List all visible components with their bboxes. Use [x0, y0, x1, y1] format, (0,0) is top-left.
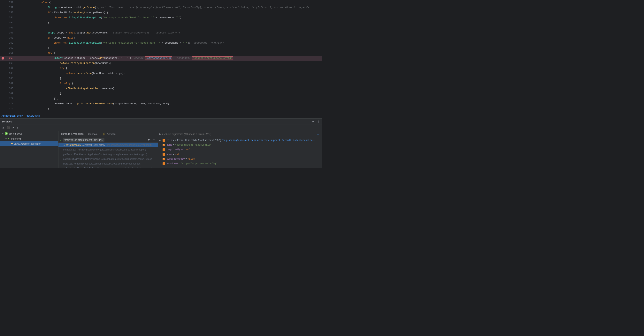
code-line-355: 355 } — [0, 20, 322, 25]
line-num-366: 366 — [6, 77, 16, 80]
var-bean-name-name: beanName — [166, 162, 178, 165]
breakpoint-indicator[interactable]: ● — [2, 57, 4, 60]
var-type-check-name: typeCheckOnly — [166, 158, 185, 161]
stack-frame-5[interactable]: onApplicationEvent:113, RefreshScope (or… — [58, 166, 158, 168]
line-num-357: 357 — [6, 31, 16, 34]
tree-panel: ▼ S Spring Boot ▼ ▶ Running ✱ Java17Demo… — [0, 131, 58, 168]
var-name-value: "scopedTarget.nacosConfig" — [175, 144, 212, 146]
stack-frame-1[interactable]: getBean:200, AbstractBeanFactory (org.sp… — [58, 147, 158, 152]
panel-content: ▼ S Spring Boot ▼ ▶ Running ✱ Java17Demo… — [0, 131, 322, 168]
var-item-type-check[interactable]: f typeCheckOnly = false — [158, 157, 322, 161]
services-header-icons: ⊞ ⋮ — [311, 120, 320, 124]
layout-button[interactable]: ⊞ — [16, 126, 19, 130]
var-type-check-value: false — [188, 158, 195, 161]
add-watch-button[interactable]: ＋ — [315, 132, 320, 137]
thread-filter-icon[interactable]: ⚑ — [147, 138, 151, 142]
tab-console-label: Console — [88, 133, 98, 136]
thread-filter-bar: ✓ "main"@1 in group "main": RUNNING ⚑ ▾ — [58, 137, 158, 143]
var-name-type-icon: f — [162, 144, 165, 146]
thread-filter-dropdown[interactable]: "main"@1 in group "main": RUNNING — [63, 138, 105, 142]
stack-frame-2-label: getBean:1130, AbstractApplicationContext… — [63, 153, 147, 156]
var-name-eq: = — [173, 144, 174, 146]
var-this-eq: = — [173, 139, 174, 142]
stack-frame-4-label: start:118, RefreshScope (org.springframe… — [63, 162, 141, 165]
stack-frame-2[interactable]: getBean:1130, AbstractApplicationContext… — [58, 152, 158, 157]
var-args-eq: = — [173, 153, 174, 156]
stack-frame-4[interactable]: start:118, RefreshScope (org.springframe… — [58, 161, 158, 166]
rerun-button[interactable]: ↺ — [2, 126, 5, 130]
stack-frame-3[interactable]: eagerlyInitialize:126, RefreshScope (org… — [58, 157, 158, 161]
expand-icon[interactable]: ⊞ — [311, 120, 315, 124]
line-num-359: 359 — [6, 42, 16, 44]
var-type-check-eq: = — [186, 158, 187, 161]
tab-actuator[interactable]: ⚡ Actuator — [100, 131, 119, 137]
tab-console[interactable]: Console — [86, 131, 100, 137]
line-num-372: 372 — [6, 107, 16, 110]
tab-threads-variables[interactable]: Threads & Variables — [58, 131, 86, 137]
code-line-372: 372 } — [0, 106, 322, 111]
tree-item-running[interactable]: ▼ ▶ Running — [0, 136, 58, 141]
line-num-362: 362 — [6, 57, 16, 60]
code-editor: 351 else { 352 String scopeName = mbd.ge… — [0, 0, 322, 113]
breadcrumb-bar: AbstractBeanFactory › doGetBean() — [0, 113, 322, 118]
line-num-352: 352 — [6, 6, 16, 9]
line-num-371: 371 — [6, 102, 16, 105]
line-num-354: 354 — [6, 16, 16, 19]
app-icon: ✱ — [11, 142, 13, 145]
var-item-required-type[interactable]: f requiredType = null — [158, 147, 322, 152]
vars-panel: ▶ ＋ ▶ f this = {DefaultListableBeanFacto… — [158, 131, 322, 168]
breadcrumb-separator: › — [24, 115, 25, 117]
tree-item-app[interactable]: ✱ Java17DemoApplication — [0, 141, 58, 146]
breadcrumb-method[interactable]: doGetBean() — [26, 115, 40, 117]
tree-item-spring-boot[interactable]: ▼ S Spring Boot — [0, 131, 58, 136]
var-item-name[interactable]: f name = "scopedTarget.nacosConfig" — [158, 143, 322, 147]
tab-threads-variables-label: Threads & Variables — [61, 132, 84, 135]
var-required-type-eq: = — [184, 148, 185, 151]
var-bean-name-icon: f — [162, 162, 165, 165]
services-toolbar: ↺ ⬛ ⚑ ⊞ ＋ — [0, 125, 322, 131]
eval-icon: ▶ — [160, 132, 161, 136]
var-bean-name-value: "scopedTarget.nacosConfig" — [181, 162, 217, 165]
eval-input[interactable] — [162, 133, 314, 136]
spring-boot-icon: S — [5, 132, 8, 135]
tab-actuator-label: Actuator — [107, 133, 116, 136]
services-header: Services ⊞ ⋮ — [0, 119, 322, 125]
line-num-360: 360 — [6, 47, 16, 49]
stack-frame-0-label: ⇒ doGetBean:362, AbstractBeanFactory (or… — [63, 144, 152, 146]
var-args-arrow — [160, 154, 162, 156]
more-options-icon[interactable]: ⋮ — [316, 120, 320, 124]
app-label: Java17DemoApplication — [14, 142, 41, 145]
var-name-name: name — [166, 144, 172, 146]
line-num-358: 358 — [6, 37, 16, 39]
var-type-check-icon: f — [162, 158, 165, 161]
line-content-372: } — [16, 101, 322, 113]
stop-button[interactable]: ⬛ — [6, 126, 10, 130]
var-this-link[interactable]: "org.springframework.beans.factory.suppo… — [222, 139, 317, 142]
var-args-name: args — [166, 153, 172, 156]
var-args-value: null — [175, 153, 181, 156]
var-this-value: {DefaultListableBeanFactory@7337} — [175, 139, 222, 142]
var-required-type-icon: f — [162, 148, 165, 151]
line-num-361: 361 — [6, 52, 16, 54]
line-num-365: 365 — [6, 72, 16, 75]
stack-frame-1-label: getBean:200, AbstractBeanFactory (org.sp… — [63, 148, 146, 151]
var-item-args[interactable]: f args = null — [158, 152, 322, 157]
filter-button[interactable]: ⚑ — [12, 126, 15, 130]
thread-dropdown-icon[interactable]: ▾ — [152, 138, 156, 142]
spring-boot-label: Spring Boot — [8, 132, 22, 135]
breadcrumb-class[interactable]: AbstractBeanFactory — [2, 115, 24, 117]
stack-frame-0[interactable]: ⇒ doGetBean:362, AbstractBeanFactory (or… — [58, 143, 158, 147]
run-icon: ▶ — [8, 137, 10, 140]
line-num-367: 367 — [6, 82, 16, 85]
line-num-370: 370 — [6, 97, 16, 100]
line-num-368: 368 — [6, 87, 16, 90]
line-num-369: 369 — [6, 92, 16, 95]
var-item-this[interactable]: ▶ f this = {DefaultListableBeanFactory@7… — [158, 138, 322, 143]
line-num-351: 351 — [6, 1, 16, 4]
add-button[interactable]: ＋ — [20, 126, 24, 130]
var-bean-name-arrow — [160, 163, 162, 165]
var-required-type-value: null — [186, 148, 192, 151]
thread-status-icon: ✓ — [60, 138, 62, 142]
var-item-bean-name[interactable]: f beanName = "scopedTarget.nacosConfig" — [158, 161, 322, 166]
bottom-panel: Services ⊞ ⋮ ↺ ⬛ ⚑ ⊞ ＋ ▼ S Spring Boot ▼… — [0, 118, 322, 168]
